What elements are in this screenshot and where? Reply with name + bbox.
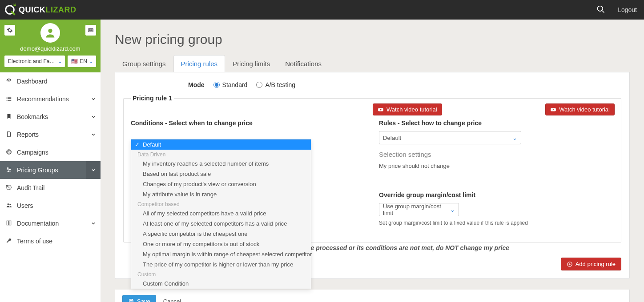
chevron-down-icon[interactable] <box>86 161 101 179</box>
chevron-down-icon[interactable] <box>86 126 101 143</box>
sidebar-item-dashboard[interactable]: Dashboard <box>0 72 101 90</box>
dropdown-item[interactable]: The price of my competitor is higher or … <box>131 259 311 270</box>
sidebar-item-documentation[interactable]: Documentation <box>0 215 101 232</box>
override-select-value: Use group margin/cost limit <box>383 203 450 216</box>
mode-row: Mode Standard A/B testing <box>123 79 621 95</box>
store-selector-label: Electronic and Fashi <box>8 58 56 64</box>
search-icon <box>596 5 605 14</box>
wrench-icon <box>5 238 12 245</box>
target-icon <box>5 149 12 156</box>
sidebar-item-label: Bookmarks <box>17 113 82 120</box>
svg-point-1 <box>598 6 603 11</box>
youtube-icon <box>550 107 556 113</box>
dropdown-item[interactable]: My optimal margin is within range of che… <box>131 249 311 259</box>
conditions-dropdown[interactable]: DefaultData DrivenMy inventory reaches a… <box>131 139 311 289</box>
watch-video-rules-button[interactable]: Watch video tutorial <box>545 103 615 115</box>
cancel-link[interactable]: Cancel <box>163 298 181 302</box>
sidebar-item-pricing-groups[interactable]: Pricing Groups <box>0 161 101 179</box>
chevron-down-icon: ⌄ <box>89 58 93 64</box>
pricing-rules-panel: Mode Standard A/B testing Pricing rule 1… <box>115 72 630 279</box>
sidebar-item-recommendations[interactable]: Recommendations <box>0 90 101 108</box>
youtube-icon <box>378 107 384 113</box>
svg-rect-9 <box>7 99 8 100</box>
id-card-chip[interactable] <box>85 25 96 36</box>
svg-rect-6 <box>8 96 12 97</box>
gear-icon <box>7 27 13 33</box>
dropdown-item[interactable]: All of my selected competitors have a va… <box>131 208 311 219</box>
users-icon <box>5 202 12 210</box>
language-label: EN <box>80 58 87 64</box>
dropdown-group-competitor-based: Competitor based <box>131 199 311 208</box>
save-button-label: Save <box>137 298 150 302</box>
sidebar-item-audit-trail[interactable]: Audit Trail <box>0 179 101 197</box>
brand: QUICKLIZARD <box>4 4 76 16</box>
tab-pricing-limits[interactable]: Pricing limits <box>225 55 278 72</box>
book-icon <box>5 220 12 227</box>
save-icon <box>128 298 134 302</box>
mode-standard-radio[interactable]: Standard <box>213 81 248 88</box>
svg-point-14 <box>8 167 8 168</box>
user-icon <box>44 27 56 39</box>
tab-notifications[interactable]: Notifications <box>278 55 329 72</box>
language-selector[interactable]: 🇺🇸 EN ⌄ <box>68 56 96 67</box>
save-button[interactable]: Save <box>122 295 156 302</box>
sidebar-item-reports[interactable]: Reports <box>0 126 101 143</box>
rules-heading: Rules - Select how to change price <box>379 119 614 127</box>
list-icon <box>5 95 12 103</box>
add-pricing-rule-button[interactable]: Add pricing rule <box>561 258 621 270</box>
mode-ab-input[interactable] <box>256 82 262 88</box>
sidebar-item-label: Reports <box>17 131 82 138</box>
svg-rect-10 <box>8 99 12 100</box>
svg-point-4 <box>89 29 90 30</box>
tab-group-settings[interactable]: Group settings <box>115 55 173 72</box>
dropdown-item[interactable]: Changes of my product's view or conversi… <box>131 179 311 189</box>
svg-rect-5 <box>7 96 8 97</box>
brand-text: QUICKLIZARD <box>19 5 76 15</box>
dropdown-item[interactable]: My attribute value is in range <box>131 189 311 199</box>
store-selector[interactable]: Electronic and Fashi ⌄ <box>4 56 65 67</box>
rules-select[interactable]: Default ⌄ <box>379 131 521 144</box>
form-footer: Save Cancel <box>115 290 630 302</box>
sidebar-item-terms-of-use[interactable]: Terms of use <box>0 232 101 250</box>
sidebar-item-label: Recommendations <box>17 95 82 103</box>
logout-link[interactable]: Logout <box>618 6 637 13</box>
sidebar-header: demo@quicklizard.com Electronic and Fash… <box>0 20 101 72</box>
dropdown-item[interactable]: Based on last product sale <box>131 169 311 179</box>
bookmark-icon <box>5 113 12 121</box>
sidebar-item-label: Campaigns <box>17 149 95 156</box>
chevron-down-icon[interactable] <box>86 108 101 126</box>
search-button[interactable] <box>596 5 605 15</box>
settings-chip[interactable] <box>4 25 15 36</box>
dropdown-item-default[interactable]: Default <box>131 139 311 150</box>
selection-settings-note: My price should not change <box>379 163 614 169</box>
mode-standard-input[interactable] <box>213 82 220 88</box>
sidebar-item-bookmarks[interactable]: Bookmarks <box>0 108 101 126</box>
sidebar-item-campaigns[interactable]: Campaigns <box>0 143 101 161</box>
brand-logo-icon <box>4 4 16 16</box>
dropdown-item[interactable]: At least one of my selected competitors … <box>131 219 311 229</box>
mode-ab-radio[interactable]: A/B testing <box>256 81 295 88</box>
override-select[interactable]: Use group margin/cost limit ⌄ <box>379 203 459 216</box>
chevron-down-icon[interactable] <box>86 215 101 232</box>
sidebar-item-label: Users <box>17 202 95 209</box>
dropdown-item[interactable]: My inventory reaches a selected number o… <box>131 159 311 169</box>
svg-point-16 <box>8 171 9 171</box>
dropdown-item[interactable]: Custom Condition <box>131 278 311 289</box>
gauge-icon <box>5 78 12 85</box>
dropdown-group-data-driven: Data Driven <box>131 150 311 159</box>
sidebar-item-label: Audit Trail <box>17 184 95 191</box>
sidebar-item-users[interactable]: Users <box>0 197 101 215</box>
plus-circle-icon <box>567 261 573 267</box>
dropdown-item[interactable]: A specific competitor is the cheapest on… <box>131 229 311 239</box>
svg-rect-8 <box>8 98 12 99</box>
svg-point-13 <box>8 151 9 152</box>
chevron-down-icon[interactable] <box>86 90 101 108</box>
selection-settings-heading: Selection settings <box>379 151 614 158</box>
page-title: New pricing group <box>115 32 630 47</box>
pricing-rule-fieldset: Pricing rule 1 Watch video tutorial Watc… <box>123 95 621 242</box>
main-content: New pricing group Group settingsPricing … <box>101 20 644 302</box>
dropdown-item[interactable]: One or more of my competitors is out of … <box>131 239 311 249</box>
rules-select-value: Default <box>383 135 401 141</box>
watch-video-conditions-button[interactable]: Watch video tutorial <box>373 103 442 115</box>
tab-pricing-rules[interactable]: Pricing rules <box>173 55 225 72</box>
